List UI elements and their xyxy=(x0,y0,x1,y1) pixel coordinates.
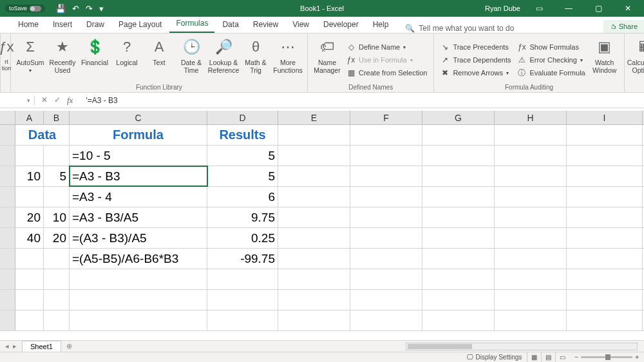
cell[interactable] xyxy=(278,207,350,227)
cell[interactable] xyxy=(70,310,207,330)
cell[interactable] xyxy=(422,228,495,248)
tab-view[interactable]: View xyxy=(286,17,316,33)
cell[interactable] xyxy=(44,187,70,207)
name-manager-button[interactable]: 🏷Name Manager xyxy=(312,36,343,84)
cell[interactable] xyxy=(495,310,567,330)
col-header-i[interactable]: I xyxy=(567,111,643,124)
row-header[interactable] xyxy=(0,207,15,227)
cancel-formula-icon[interactable]: ✕ xyxy=(41,95,48,106)
cell[interactable] xyxy=(567,125,643,145)
cell[interactable] xyxy=(495,125,567,145)
row-header[interactable] xyxy=(0,125,15,145)
create-from-selection-button[interactable]: ▦Create from Selection xyxy=(344,67,430,79)
user-name[interactable]: Ryan Dube xyxy=(485,5,520,12)
cell[interactable] xyxy=(567,166,643,186)
row-header[interactable] xyxy=(0,146,15,166)
cell[interactable] xyxy=(495,187,567,207)
cell[interactable]: 5 xyxy=(207,166,278,186)
formula-bar-input[interactable]: '=A3 - B3 xyxy=(83,95,644,106)
page-break-view-icon[interactable]: ▭ xyxy=(555,352,569,362)
col-header-f[interactable]: F xyxy=(350,111,422,124)
cell[interactable] xyxy=(15,249,44,269)
redo-icon[interactable]: ↷ xyxy=(86,4,93,14)
cell[interactable] xyxy=(278,249,350,269)
cell[interactable] xyxy=(495,290,567,310)
cell[interactable] xyxy=(495,228,567,248)
tell-me-search[interactable]: 🔍 Tell me what you want to do xyxy=(405,24,514,33)
cell[interactable] xyxy=(350,125,422,145)
cell[interactable] xyxy=(567,290,643,310)
cell[interactable] xyxy=(350,228,422,248)
cell-selected[interactable]: =A3 - B3 xyxy=(70,166,207,186)
cell[interactable] xyxy=(350,269,422,289)
cell[interactable] xyxy=(422,187,495,207)
cell[interactable] xyxy=(422,310,495,330)
qat-dropdown-icon[interactable]: ▾ xyxy=(99,4,104,14)
cell[interactable] xyxy=(278,125,350,145)
cell[interactable] xyxy=(495,146,567,166)
cell[interactable] xyxy=(207,269,278,289)
date-time-button[interactable]: 🕒Date & Time xyxy=(176,36,207,84)
cell[interactable] xyxy=(495,269,567,289)
sheet-tab[interactable]: Sheet1 xyxy=(22,341,61,352)
cell[interactable] xyxy=(207,290,278,310)
tab-draw[interactable]: Draw xyxy=(80,17,111,33)
enter-formula-icon[interactable]: ✓ xyxy=(54,95,61,106)
zoom-track[interactable] xyxy=(581,356,632,358)
undo-icon[interactable]: ↶ xyxy=(72,4,79,14)
cell[interactable] xyxy=(70,290,207,310)
row-header[interactable] xyxy=(0,310,15,330)
cell[interactable]: 5 xyxy=(44,166,70,186)
name-box[interactable]: ▾ xyxy=(0,96,35,105)
error-checking-button[interactable]: ⚠Error Checking ▾ xyxy=(515,54,587,66)
cell[interactable]: =(A3 - B3)/A5 xyxy=(70,228,207,248)
show-formulas-button[interactable]: ƒxShow Formulas xyxy=(515,41,587,53)
tab-help[interactable]: Help xyxy=(366,17,395,33)
cell[interactable] xyxy=(44,269,70,289)
cell[interactable]: 20 xyxy=(44,228,70,248)
cell[interactable] xyxy=(567,310,643,330)
cell[interactable] xyxy=(567,228,643,248)
row-header[interactable] xyxy=(0,187,15,207)
add-sheet-icon[interactable]: ⊕ xyxy=(66,342,72,350)
zoom-thumb[interactable] xyxy=(605,354,611,360)
cell[interactable]: 5 xyxy=(207,146,278,166)
cell[interactable] xyxy=(567,249,643,269)
save-icon[interactable]: 💾 xyxy=(55,4,66,14)
recently-used-button[interactable]: ★Recently Used xyxy=(47,36,78,84)
row-header[interactable] xyxy=(0,228,15,248)
col-header-e[interactable]: E xyxy=(278,111,350,124)
cell[interactable]: 20 xyxy=(15,207,44,227)
col-header-h[interactable]: H xyxy=(495,111,567,124)
cell[interactable] xyxy=(44,290,70,310)
cell[interactable] xyxy=(44,249,70,269)
more-functions-button[interactable]: ⋯More Functions xyxy=(272,36,303,84)
close-icon[interactable]: ✕ xyxy=(617,4,639,13)
col-header-d[interactable]: D xyxy=(207,111,278,124)
cell[interactable] xyxy=(278,290,350,310)
cell[interactable] xyxy=(350,310,422,330)
cell[interactable] xyxy=(422,249,495,269)
trace-precedents-button[interactable]: ↘Trace Precedents xyxy=(438,41,513,53)
maximize-icon[interactable]: ▢ xyxy=(587,4,609,13)
autosum-button[interactable]: ΣAutoSum▾ xyxy=(15,36,46,84)
cell[interactable]: 0.25 xyxy=(207,228,278,248)
cell[interactable] xyxy=(495,207,567,227)
cell[interactable] xyxy=(422,269,495,289)
cell[interactable]: 10 xyxy=(44,207,70,227)
col-header-g[interactable]: G xyxy=(422,111,495,124)
zoom-in-icon[interactable]: + xyxy=(635,354,639,361)
row-header[interactable] xyxy=(0,269,15,289)
cell[interactable] xyxy=(422,166,495,186)
share-button[interactable]: 🖒 Share xyxy=(603,20,644,33)
sheet-nav-prev-icon[interactable]: ◂ xyxy=(5,342,9,350)
cell[interactable]: Data xyxy=(15,125,70,145)
cell[interactable] xyxy=(44,310,70,330)
row-header[interactable] xyxy=(0,249,15,269)
evaluate-formula-button[interactable]: ⓘEvaluate Formula xyxy=(515,67,587,79)
cell[interactable] xyxy=(422,146,495,166)
cell[interactable]: Results xyxy=(207,125,278,145)
page-layout-view-icon[interactable]: ▤ xyxy=(541,352,555,362)
cell[interactable] xyxy=(207,310,278,330)
normal-view-icon[interactable]: ▦ xyxy=(527,352,541,362)
